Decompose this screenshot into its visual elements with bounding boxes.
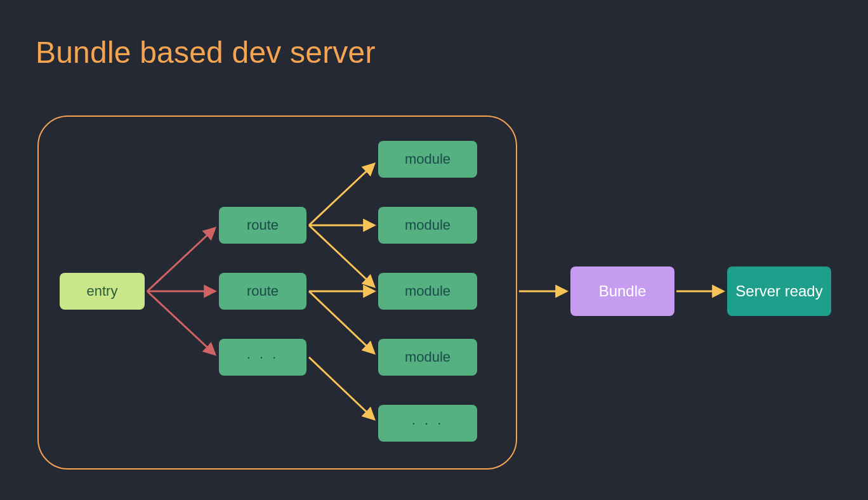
node-module-3: module — [378, 273, 477, 310]
node-module-1: module — [378, 141, 477, 178]
node-modules-ellipsis-label: · · · — [412, 415, 444, 431]
node-server-ready: Server ready — [727, 266, 831, 316]
node-server-ready-label: Server ready — [735, 282, 822, 301]
node-modules-ellipsis: · · · — [378, 405, 477, 442]
diagram-title: Bundle based dev server — [36, 35, 376, 70]
node-routes-ellipsis: · · · — [219, 339, 306, 376]
node-bundle: Bundle — [570, 266, 674, 316]
node-bundle-label: Bundle — [599, 282, 647, 300]
node-entry-label: entry — [87, 283, 118, 299]
node-module-4-label: module — [405, 349, 450, 365]
diagram-canvas: Bundle based dev server entry route rout… — [0, 0, 868, 500]
node-module-2: module — [378, 207, 477, 244]
node-route-1-label: route — [247, 217, 279, 234]
node-route-2: route — [219, 273, 306, 310]
node-module-4: module — [378, 339, 477, 376]
node-module-1-label: module — [405, 151, 450, 168]
node-route-1: route — [219, 207, 306, 244]
node-entry: entry — [60, 273, 145, 310]
node-route-2-label: route — [247, 283, 279, 299]
node-routes-ellipsis-label: · · · — [247, 349, 279, 365]
node-module-3-label: module — [405, 283, 450, 299]
node-module-2-label: module — [405, 217, 450, 234]
